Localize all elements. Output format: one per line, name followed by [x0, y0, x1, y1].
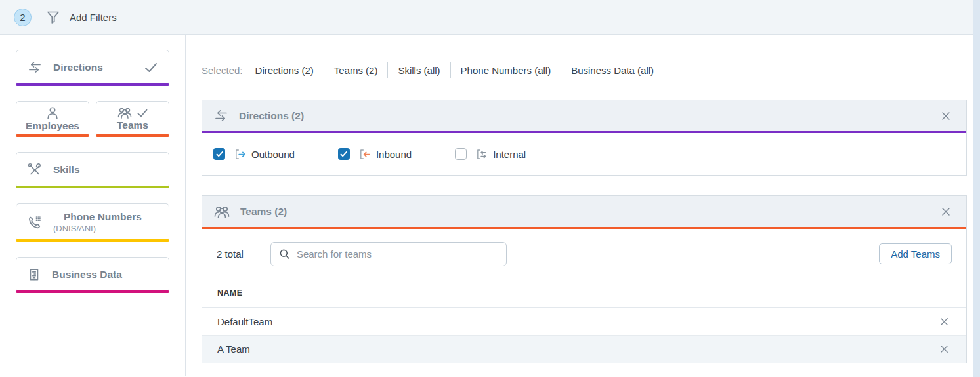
close-icon[interactable] [937, 203, 955, 221]
vertical-scrollbar[interactable] [973, 0, 980, 377]
team-name: A Team [217, 344, 250, 355]
employee-icon [45, 106, 60, 120]
divider [387, 62, 388, 78]
phone-icon [27, 214, 43, 230]
business-data-icon [27, 268, 41, 282]
sidebar-item-teams[interactable]: Teams [96, 101, 169, 136]
direction-option-internal[interactable]: Internal [455, 148, 526, 161]
add-teams-button[interactable]: Add Teams [879, 243, 952, 264]
table-row[interactable]: A Team [202, 335, 966, 363]
sidebar-item-label: Skills [53, 164, 80, 176]
directions-options: Outbound [202, 133, 966, 175]
selected-item-teams[interactable]: Teams (2) [334, 65, 378, 76]
directions-icon [27, 60, 43, 75]
check-icon [144, 62, 158, 73]
sidebar-item-employees[interactable]: Employees [16, 101, 89, 136]
selected-item-directions[interactable]: Directions (2) [255, 65, 314, 76]
direction-option-outbound[interactable]: Outbound [213, 148, 295, 161]
remove-team-icon[interactable] [938, 315, 950, 328]
sidebar-item-business-data[interactable]: Business Data [16, 257, 169, 292]
filters-main: Selected: Directions (2) Teams (2) Skill… [186, 35, 980, 376]
selected-label: Selected: [202, 65, 243, 76]
filter-sidebar: Directions Employ [0, 35, 186, 376]
teams-table: NAME DefaultTeam A Team [202, 279, 966, 363]
teams-icon [213, 205, 230, 219]
search-icon [278, 248, 291, 260]
close-icon[interactable] [937, 107, 955, 125]
teams-icon [117, 106, 133, 119]
divider [450, 62, 451, 78]
teams-panel-title: Teams (2) [240, 206, 287, 218]
sidebar-item-sublabel: (DNIS/ANI) [53, 224, 142, 234]
add-filters-label[interactable]: Add Filters [70, 12, 117, 23]
column-header-name: NAME [217, 288, 242, 298]
teams-table-header: NAME [202, 279, 966, 308]
divider [561, 62, 561, 78]
selected-item-business-data[interactable]: Business Data (all) [571, 65, 654, 76]
remove-team-icon[interactable] [938, 343, 950, 355]
filters-screen: 2 Add Filters Directions [0, 0, 980, 377]
directions-panel: Directions (2) [202, 100, 967, 176]
sidebar-item-label: Business Data [52, 269, 122, 281]
direction-option-label: Internal [493, 149, 526, 160]
sidebar-item-label: Phone Numbers [64, 210, 142, 223]
team-name: DefaultTeam [217, 316, 272, 327]
directions-panel-header: Directions (2) [202, 100, 966, 131]
sidebar-item-label: Directions [53, 62, 103, 73]
directions-panel-title: Directions (2) [239, 110, 304, 122]
outbound-icon [233, 148, 247, 161]
teams-total-label: 2 total [217, 248, 244, 260]
check-icon [137, 108, 148, 118]
skills-icon [27, 162, 43, 178]
column-resize-divider[interactable] [584, 285, 584, 302]
sidebar-item-skills[interactable]: Skills [16, 152, 169, 188]
divider [324, 62, 324, 78]
outbound-checkbox[interactable] [213, 148, 225, 160]
internal-icon [475, 148, 488, 161]
teams-panel-header: Teams (2) [202, 196, 966, 227]
sidebar-item-label: Teams [117, 119, 148, 131]
direction-option-inbound[interactable]: Inbound [338, 148, 412, 161]
selected-summary-bar: Selected: Directions (2) Teams (2) Skill… [202, 62, 967, 78]
sidebar-item-label: Employees [26, 120, 79, 132]
direction-option-label: Inbound [376, 149, 412, 160]
selected-item-phone-numbers[interactable]: Phone Numbers (all) [461, 65, 551, 76]
sidebar-item-directions[interactable]: Directions [16, 50, 169, 85]
sidebar-item-phone-numbers[interactable]: Phone Numbers (DNIS/ANI) [16, 203, 169, 241]
teams-panel: Teams (2) 2 total [202, 195, 967, 363]
teams-toolbar: 2 total Add Teams [202, 229, 966, 279]
table-row[interactable]: DefaultTeam [202, 308, 966, 335]
inbound-icon [358, 148, 372, 161]
filter-funnel-icon [45, 9, 61, 25]
filter-count-badge: 2 [14, 9, 32, 26]
topbar: 2 Add Filters [0, 0, 980, 35]
directions-icon [213, 109, 229, 123]
teams-search-box[interactable] [270, 242, 507, 266]
selected-item-skills[interactable]: Skills (all) [398, 65, 440, 76]
inbound-checkbox[interactable] [338, 148, 350, 160]
internal-checkbox[interactable] [455, 148, 467, 160]
direction-option-label: Outbound [251, 149, 295, 160]
teams-search-input[interactable] [297, 248, 499, 260]
